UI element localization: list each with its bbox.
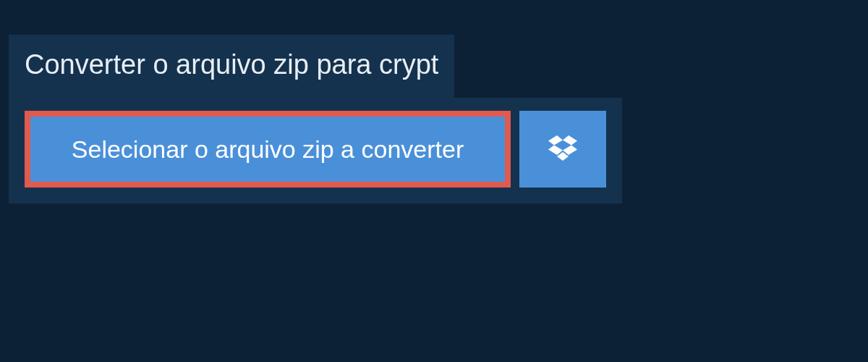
- dropbox-button[interactable]: [519, 111, 606, 188]
- select-file-button[interactable]: Selecionar o arquivo zip a converter: [25, 111, 511, 188]
- dropbox-icon: [548, 135, 577, 163]
- heading-row: Converter o arquivo zip para crypt: [9, 35, 622, 98]
- heading-spacer: [454, 35, 622, 98]
- page-title: Converter o arquivo zip para crypt: [9, 35, 454, 98]
- button-row: Selecionar o arquivo zip a converter: [9, 98, 622, 203]
- converter-panel: Converter o arquivo zip para crypt Selec…: [9, 35, 622, 203]
